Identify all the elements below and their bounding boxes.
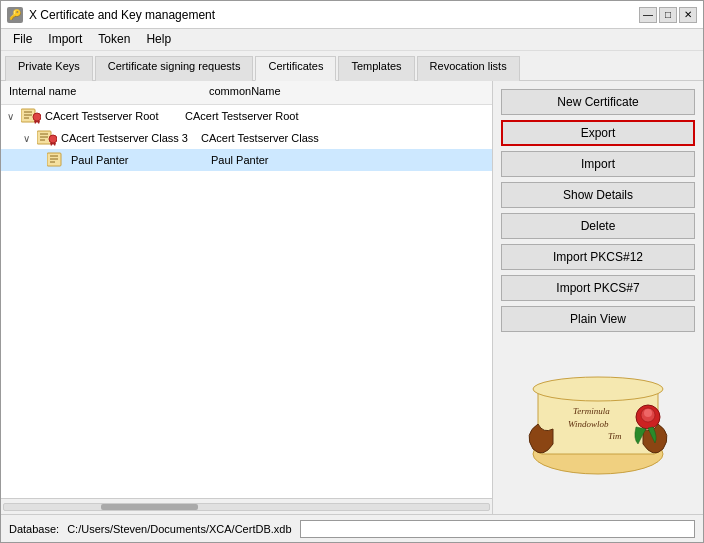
column-internal-name: Internal name — [5, 83, 205, 102]
column-common-name: commonName — [205, 83, 488, 102]
plain-view-button[interactable]: Plain View — [501, 306, 695, 332]
app-icon: 🔑 — [7, 7, 23, 23]
cert-icon-1 — [21, 108, 41, 124]
menu-help[interactable]: Help — [138, 31, 179, 48]
tab-templates[interactable]: Templates — [338, 56, 414, 81]
svg-point-13 — [644, 409, 652, 417]
tab-revocation[interactable]: Revocation lists — [417, 56, 520, 81]
cert-icon-3 — [47, 152, 67, 168]
left-panel: Internal name commonName ∨ — [1, 81, 493, 514]
new-certificate-button[interactable]: New Certificate — [501, 89, 695, 115]
row-2-internal: CAcert Testserver Class 3 — [61, 132, 201, 144]
menu-bar: File Import Token Help — [1, 29, 703, 51]
row-1-common: CAcert Testserver Root — [185, 110, 490, 122]
row-1-internal: CAcert Testserver Root — [45, 110, 185, 122]
tab-private-keys[interactable]: Private Keys — [5, 56, 93, 81]
tree-header: Internal name commonName — [1, 81, 492, 105]
menu-import[interactable]: Import — [40, 31, 90, 48]
menu-file[interactable]: File — [5, 31, 40, 48]
window-controls: — □ ✕ — [639, 7, 697, 23]
cert-icon-2 — [37, 130, 57, 146]
menu-token[interactable]: Token — [90, 31, 138, 48]
svg-point-7 — [533, 377, 663, 401]
export-button[interactable]: Export — [501, 120, 695, 146]
svg-point-1 — [33, 113, 41, 121]
title-bar: 🔑 X Certificate and Key management — □ ✕ — [1, 1, 703, 29]
status-bar: Database: C:/Users/Steven/Documents/XCA/… — [1, 514, 703, 542]
tab-bar: Private Keys Certificate signing request… — [1, 51, 703, 81]
scrollbar-thumb[interactable] — [101, 504, 198, 510]
main-content: Internal name commonName ∨ — [1, 81, 703, 514]
tab-certificates[interactable]: Certificates — [255, 56, 336, 81]
tab-csr[interactable]: Certificate signing requests — [95, 56, 254, 81]
tree-body[interactable]: ∨ CAcert Testserver Root CAcert Testserv… — [1, 105, 492, 498]
minimize-button[interactable]: — — [639, 7, 657, 23]
window-title: X Certificate and Key management — [29, 8, 639, 22]
svg-text:Terminula: Terminula — [573, 406, 610, 416]
svg-point-3 — [49, 135, 57, 143]
toggle-1[interactable]: ∨ — [7, 111, 21, 122]
toggle-2[interactable]: ∨ — [23, 133, 37, 144]
tree-row-1[interactable]: ∨ CAcert Testserver Root CAcert Testserv… — [1, 105, 492, 127]
tree-row-2[interactable]: ∨ CAcert Testserver Class 3 CAcert Tests… — [1, 127, 492, 149]
tree-row-3[interactable]: Paul Panter Paul Panter — [1, 149, 492, 171]
status-label: Database: — [9, 523, 59, 535]
row-2-common: CAcert Testserver Class — [201, 132, 490, 144]
horizontal-scrollbar[interactable] — [1, 498, 492, 514]
status-input[interactable] — [300, 520, 695, 538]
main-window: 🔑 X Certificate and Key management — □ ✕… — [0, 0, 704, 543]
svg-text:Windowlob: Windowlob — [568, 419, 609, 429]
app-logo: Terminula Windowlob Tim — [518, 369, 678, 479]
logo-area: Terminula Windowlob Tim — [501, 341, 695, 506]
import-button[interactable]: Import — [501, 151, 695, 177]
scrollbar-track — [3, 503, 490, 511]
show-details-button[interactable]: Show Details — [501, 182, 695, 208]
import-pkcs7-button[interactable]: Import PKCS#7 — [501, 275, 695, 301]
status-path: C:/Users/Steven/Documents/XCA/CertDB.xdb — [67, 523, 291, 535]
right-panel: New Certificate Export Import Show Detai… — [493, 81, 703, 514]
delete-button[interactable]: Delete — [501, 213, 695, 239]
import-pkcs12-button[interactable]: Import PKCS#12 — [501, 244, 695, 270]
close-button[interactable]: ✕ — [679, 7, 697, 23]
row-3-common: Paul Panter — [211, 154, 490, 166]
row-3-internal: Paul Panter — [71, 154, 211, 166]
maximize-button[interactable]: □ — [659, 7, 677, 23]
svg-text:Tim: Tim — [608, 431, 622, 441]
